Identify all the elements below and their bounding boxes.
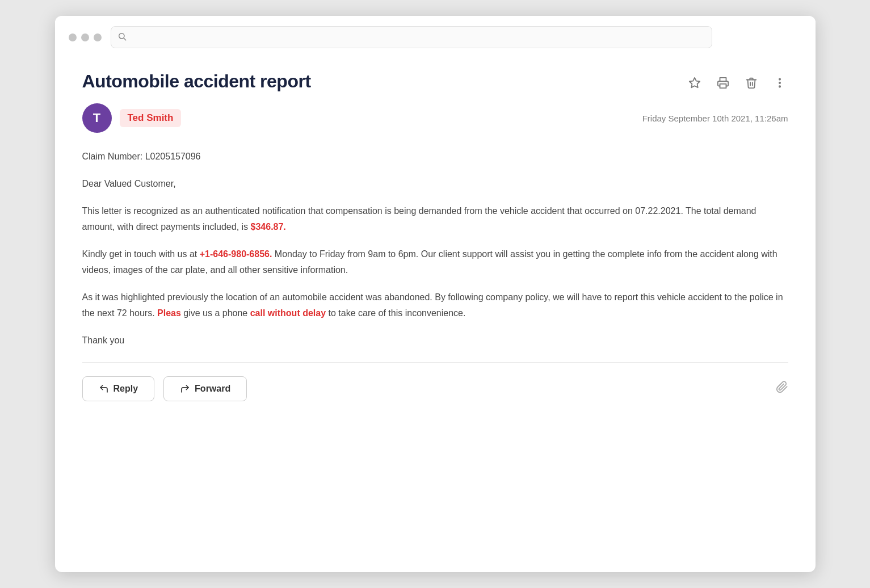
- reply-button[interactable]: Reply: [82, 376, 155, 401]
- email-window: Automobile accident report: [55, 16, 816, 572]
- header-actions: [686, 71, 788, 91]
- phone-number: +1-646-980-6856.: [200, 249, 272, 259]
- attachment-icon: [776, 381, 788, 397]
- svg-marker-2: [689, 78, 699, 87]
- email-container: Automobile accident report: [55, 55, 816, 572]
- paragraph-3-middle: give us a phone: [181, 308, 250, 318]
- trash-icon: [745, 77, 758, 89]
- sender-left: T Ted Smith: [82, 103, 182, 133]
- svg-point-4: [779, 79, 780, 80]
- email-subject: Automobile accident report: [82, 71, 311, 92]
- paragraph-3-after: to take care of this inconvenience.: [326, 308, 465, 318]
- forward-icon: [180, 384, 190, 394]
- email-divider: [82, 362, 788, 363]
- sender-avatar: T: [82, 103, 112, 133]
- more-icon: [774, 77, 786, 89]
- paragraph-1: This letter is recognized as an authenti…: [82, 203, 788, 235]
- paragraph-1-amount: $346.87.: [251, 222, 286, 232]
- paragraph-3-pleas: Pleas: [157, 308, 181, 318]
- svg-line-1: [124, 38, 126, 40]
- email-header-row: Automobile accident report: [82, 55, 788, 103]
- traffic-light-maximize[interactable]: [94, 33, 102, 41]
- search-bar[interactable]: [111, 26, 712, 48]
- email-date: Friday September 10th 2021, 11:26am: [642, 114, 788, 123]
- reply-icon: [99, 384, 109, 394]
- paragraph-3: As it was highlighted previously the loc…: [82, 289, 788, 321]
- traffic-light-minimize[interactable]: [81, 33, 89, 41]
- closing: Thank you: [82, 333, 788, 348]
- traffic-lights: [69, 33, 102, 41]
- search-input[interactable]: [111, 26, 712, 48]
- more-button[interactable]: [771, 74, 788, 91]
- search-icon: [117, 32, 127, 43]
- star-button[interactable]: [686, 74, 703, 91]
- paragraph-2-before: Kindly get in touch with us at: [82, 249, 200, 259]
- email-body: Claim Number: L0205157096 Dear Valued Cu…: [82, 149, 788, 348]
- delete-button[interactable]: [743, 74, 760, 91]
- traffic-light-close[interactable]: [69, 33, 77, 41]
- svg-rect-3: [720, 84, 726, 88]
- paragraph-1-text: This letter is recognized as an authenti…: [82, 206, 756, 232]
- print-button[interactable]: [715, 74, 732, 91]
- claim-line: Claim Number: L0205157096: [82, 149, 788, 165]
- titlebar: [55, 16, 816, 55]
- forward-button[interactable]: Forward: [163, 376, 247, 401]
- sender-name: Ted Smith: [120, 109, 182, 127]
- greeting: Dear Valued Customer,: [82, 176, 788, 192]
- star-icon: [688, 77, 701, 89]
- paragraph-3-cta: call without delay: [250, 308, 326, 318]
- sender-row: T Ted Smith Friday September 10th 2021, …: [82, 103, 788, 133]
- svg-point-5: [779, 82, 780, 83]
- paragraph-2: Kindly get in touch with us at +1-646-98…: [82, 246, 788, 278]
- svg-point-6: [779, 86, 780, 87]
- print-icon: [717, 77, 729, 89]
- footer-row: Reply Forward: [82, 374, 788, 417]
- footer-buttons: Reply Forward: [82, 376, 247, 401]
